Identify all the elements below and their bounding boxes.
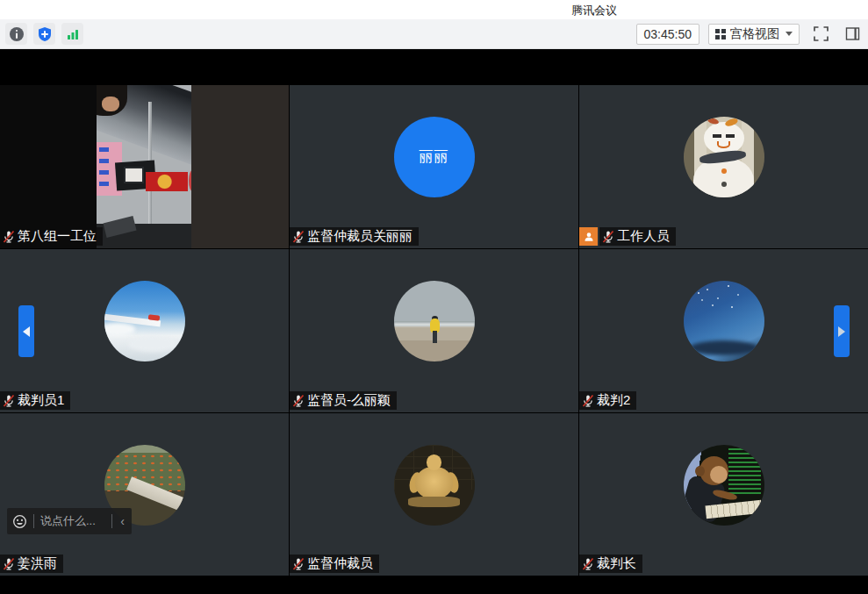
avatar-image (684, 445, 764, 526)
shield-plus-icon (37, 26, 53, 42)
participant-name: 裁判2 (597, 392, 630, 409)
participant-name-tag: 姜洪雨 (0, 555, 63, 573)
chat-input[interactable]: 说点什么... (40, 513, 105, 529)
participant-name: 监督员-么丽颖 (307, 392, 391, 409)
participant-name-tag: 监督仲裁员 (290, 555, 379, 573)
muted-mic-icon (291, 230, 305, 244)
participant-name: 监督仲裁员关丽丽 (307, 228, 412, 245)
tile-participant-2[interactable]: 丽丽 监督仲裁员关丽丽 (290, 85, 578, 248)
avatar-image (684, 281, 764, 361)
chat-quick-bar[interactable]: 说点什么... ‹ (7, 508, 132, 534)
participant-name-tag: 工作人员 (579, 227, 676, 246)
tile-participant-1[interactable]: 第八组一工位 (0, 85, 289, 248)
fullscreen-icon (813, 25, 829, 42)
security-button[interactable] (33, 23, 55, 45)
page-prev-button[interactable] (18, 305, 34, 357)
meeting-timer: 03:45:50 (636, 24, 700, 45)
avatar-text: 丽丽 (420, 148, 449, 167)
avatar-image (394, 445, 475, 526)
grid-2x2-icon (715, 29, 726, 39)
participant-name-tag: 裁判长 (579, 555, 642, 573)
tile-participant-6[interactable]: 裁判2 (579, 249, 868, 412)
arrow-left-icon (23, 326, 30, 337)
tile-participant-7[interactable]: 说点什么... ‹ 姜洪雨 (0, 413, 289, 576)
meeting-window: 腾讯会议 03:45:50 (0, 0, 868, 594)
fullscreen-button[interactable] (810, 24, 831, 45)
participant-name-tag: 裁判2 (579, 391, 636, 410)
tile-participant-9[interactable]: 裁判长 (579, 413, 868, 576)
network-quality-button[interactable] (61, 23, 83, 45)
view-mode-label: 宫格视图 (730, 26, 779, 42)
host-badge (579, 227, 598, 246)
video-stage: 第八组一工位 丽丽 (0, 49, 868, 594)
muted-mic-icon (2, 394, 16, 408)
chevron-down-icon (786, 32, 793, 36)
avatar-initials: 丽丽 (394, 117, 475, 197)
participant-name: 监督仲裁员 (307, 555, 373, 572)
meeting-info-button[interactable] (5, 23, 27, 45)
avatar-image (104, 281, 185, 361)
toolbar-right-group: 03:45:50 宫格视图 (636, 24, 864, 45)
page-next-button[interactable] (834, 305, 850, 357)
muted-mic-icon (291, 394, 305, 408)
info-icon (9, 26, 25, 42)
tile-participant-3[interactable]: 工作人员 (579, 85, 868, 248)
participant-name: 裁判员1 (18, 392, 64, 409)
muted-mic-icon (2, 557, 16, 571)
divider (33, 514, 34, 528)
participant-name-tag: 裁判员1 (0, 391, 70, 410)
meeting-timer-value: 03:45:50 (644, 27, 692, 41)
network-signal-icon (65, 26, 81, 42)
panel-toggle-icon (844, 25, 861, 42)
tile-participant-8[interactable]: 监督仲裁员 (290, 413, 578, 576)
muted-mic-icon (2, 230, 16, 244)
avatar-image (684, 117, 764, 197)
divider (111, 514, 112, 528)
arrow-right-icon (838, 326, 845, 337)
view-mode-button[interactable]: 宫格视图 (708, 24, 800, 45)
toolbar: 03:45:50 宫格视图 (0, 19, 868, 49)
titlebar: 腾讯会议 (0, 0, 868, 19)
tile-participant-4[interactable]: 裁判员1 (0, 249, 289, 412)
participant-name-tag: 第八组一工位 (0, 227, 103, 246)
muted-mic-icon (581, 557, 595, 571)
participant-name: 工作人员 (617, 228, 670, 245)
tile-participant-5[interactable]: 监督员-么丽颖 (290, 249, 578, 412)
live-video-feed (97, 85, 191, 248)
muted-mic-icon (601, 230, 615, 244)
video-background-fill (191, 85, 289, 248)
participant-name: 第八组一工位 (18, 228, 97, 245)
host-person-icon (583, 231, 595, 243)
window-title: 腾讯会议 (571, 3, 617, 18)
avatar-image (394, 281, 475, 361)
muted-mic-icon (291, 557, 305, 571)
participant-name: 裁判长 (597, 555, 636, 572)
participant-name-tag: 监督员-么丽颖 (290, 391, 397, 410)
chevron-left-icon[interactable]: ‹ (118, 514, 126, 528)
muted-mic-icon (581, 394, 595, 408)
side-panel-toggle-button[interactable] (842, 24, 863, 45)
participant-grid: 第八组一工位 丽丽 (0, 85, 868, 576)
participant-name: 姜洪雨 (18, 555, 57, 572)
participant-name-tag: 监督仲裁员关丽丽 (290, 227, 419, 246)
emoji-smile-icon[interactable] (12, 514, 27, 529)
